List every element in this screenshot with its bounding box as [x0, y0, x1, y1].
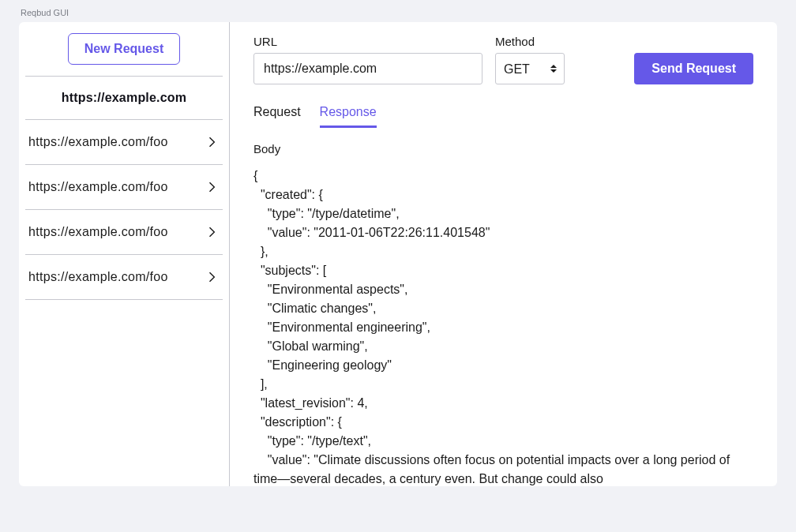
method-select[interactable]: GET [495, 53, 565, 84]
url-input[interactable] [253, 53, 482, 84]
chevron-right-icon [204, 134, 220, 150]
app-label: Reqbud GUI [21, 8, 777, 17]
body-label: Body [253, 142, 753, 155]
new-request-wrap: New Request [19, 33, 229, 76]
main-panel: URL Method GET Send Request Request Resp… [230, 22, 777, 486]
sidebar-item[interactable]: https://example.com/foo [25, 119, 223, 164]
sidebar-active-request[interactable]: https://example.com [19, 77, 229, 119]
response-body: { "created": { "type": "/type/datetime",… [253, 167, 753, 486]
new-request-button[interactable]: New Request [68, 33, 180, 65]
tab-response[interactable]: Response [320, 105, 377, 128]
url-label: URL [253, 35, 482, 48]
sidebar-item[interactable]: https://example.com/foo [25, 209, 223, 254]
chevron-right-icon [204, 179, 220, 195]
sidebar-item-label: https://example.com/foo [28, 225, 168, 239]
send-request-button[interactable]: Send Request [634, 53, 753, 84]
sidebar-item-label: https://example.com/foo [28, 135, 168, 149]
tab-request[interactable]: Request [253, 105, 301, 128]
method-select-wrap: GET [495, 53, 565, 84]
method-label: Method [495, 35, 565, 48]
method-field-group: Method GET [495, 35, 565, 84]
sidebar-list: https://example.com/foo https://example.… [19, 119, 229, 300]
sidebar: New Request https://example.com https://… [19, 22, 230, 486]
sidebar-item[interactable]: https://example.com/foo [25, 164, 223, 209]
app-window: New Request https://example.com https://… [19, 22, 777, 486]
sidebar-item-label: https://example.com/foo [28, 270, 168, 284]
top-row: URL Method GET Send Request [253, 35, 753, 84]
tabs: Request Response [253, 105, 753, 128]
sidebar-item-label: https://example.com/foo [28, 180, 168, 194]
sidebar-item[interactable]: https://example.com/foo [25, 254, 223, 300]
chevron-right-icon [204, 224, 220, 240]
url-field-group: URL [253, 35, 482, 84]
chevron-right-icon [204, 269, 220, 285]
